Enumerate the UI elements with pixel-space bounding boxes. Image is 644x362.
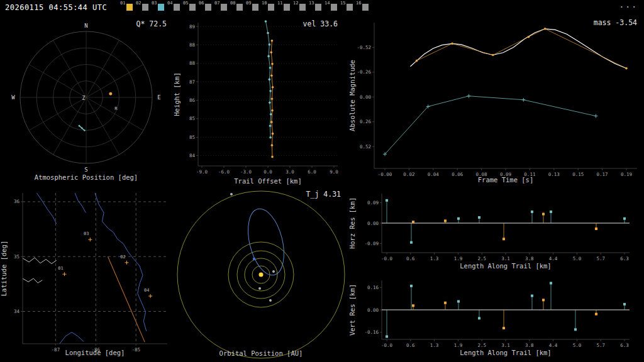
frame-number: 04 xyxy=(167,1,172,6)
panel-trail-offset: -9.0-6.0-3.00.03.06.09.08485858687888889… xyxy=(173,15,349,189)
svg-text:1.9: 1.9 xyxy=(454,343,463,348)
svg-text:6.0: 6.0 xyxy=(308,169,316,175)
frame-square[interactable] xyxy=(299,4,306,11)
svg-text:0.6: 0.6 xyxy=(406,256,415,261)
frame-thumbnail-02[interactable]: 02 xyxy=(135,0,151,15)
frame-number: 02 xyxy=(136,1,141,6)
svg-text:-0.16: -0.16 xyxy=(364,329,379,335)
frame-thumbnail-16[interactable]: 16 xyxy=(355,0,371,15)
svg-text:1.9: 1.9 xyxy=(454,256,463,261)
frame-number: 01 xyxy=(120,1,125,6)
frame-square[interactable] xyxy=(221,4,227,11)
svg-text:1.3: 1.3 xyxy=(430,256,439,261)
svg-text:0.00: 0.00 xyxy=(367,307,379,313)
frame-square[interactable] xyxy=(284,4,290,11)
frame-square[interactable] xyxy=(142,4,148,11)
svg-text:5.7: 5.7 xyxy=(596,343,605,348)
svg-text:3.8: 3.8 xyxy=(525,256,534,261)
frame-number: 08 xyxy=(230,1,235,6)
frame-square[interactable] xyxy=(236,4,243,11)
svg-text:Vert Res [km]: Vert Res [km] xyxy=(349,284,356,336)
frame-number: 03 xyxy=(152,1,157,6)
frame-thumbnail-15[interactable]: 15 xyxy=(340,0,355,15)
svg-text:E: E xyxy=(157,94,160,101)
trail-offset-chart: -9.0-6.0-3.00.03.06.09.08485858687888889… xyxy=(173,15,349,189)
frame-thumbnail-07[interactable]: 07 xyxy=(214,0,230,15)
svg-text:88: 88 xyxy=(189,42,196,48)
frame-thumbnail-03[interactable]: 03 xyxy=(151,0,167,15)
frame-square[interactable] xyxy=(189,4,196,11)
frame-square[interactable] xyxy=(126,4,133,11)
frame-number: 14 xyxy=(325,1,330,6)
svg-text:2.5: 2.5 xyxy=(477,343,486,348)
frame-square[interactable] xyxy=(362,4,369,11)
svg-text:0.06: 0.06 xyxy=(452,172,464,177)
frame-number: 15 xyxy=(340,1,345,6)
svg-text:Trail Offset [km]: Trail Offset [km] xyxy=(234,177,301,185)
svg-text:-0.52: -0.52 xyxy=(357,45,371,50)
svg-text:-9.0: -9.0 xyxy=(196,169,208,175)
frame-thumbnail-13[interactable]: 13 xyxy=(308,0,324,15)
frame-number: 11 xyxy=(277,1,282,6)
panel-vertical-residuals: -0.00.61.31.92.53.13.84.45.05.76.30.160.… xyxy=(349,275,644,362)
svg-text:0.09: 0.09 xyxy=(367,200,379,206)
svg-text:0.13: 0.13 xyxy=(548,172,560,177)
svg-text:0.0: 0.0 xyxy=(264,169,272,175)
svg-text:Longitude [deg]: Longitude [deg] xyxy=(65,349,125,356)
svg-text:N: N xyxy=(84,23,87,29)
frame-square[interactable] xyxy=(331,4,337,11)
svg-text:88: 88 xyxy=(189,60,196,66)
atmospheric-position-chart: NSEWZRQ* 72.5Atmospheric Position [deg] xyxy=(0,15,173,189)
frame-square[interactable] xyxy=(205,4,211,11)
frame-thumbnail-06[interactable]: 06 xyxy=(198,0,214,15)
svg-text:Orbital Position [AU]: Orbital Position [AU] xyxy=(219,349,303,357)
svg-text:3.1: 3.1 xyxy=(501,256,510,261)
svg-text:1.3: 1.3 xyxy=(430,343,439,348)
overflow-menu-icon[interactable]: ··· xyxy=(619,2,638,11)
frame-square[interactable] xyxy=(158,4,164,11)
frame-square[interactable] xyxy=(347,4,353,11)
svg-text:9.0: 9.0 xyxy=(330,169,338,175)
svg-text:-0.0: -0.0 xyxy=(381,256,393,261)
frame-thumbnail-10[interactable]: 10 xyxy=(261,0,277,15)
frame-thumbnail-14[interactable]: 14 xyxy=(324,0,340,15)
panel-horizontal-residuals: -0.00.61.31.92.53.13.84.45.05.76.30.090.… xyxy=(349,189,644,275)
frame-square[interactable] xyxy=(268,4,274,11)
orbital-position-chart: T_j 4.31Orbital Position [AU] xyxy=(176,189,349,362)
svg-text:0.16: 0.16 xyxy=(367,285,379,290)
svg-text:5.7: 5.7 xyxy=(596,256,605,261)
svg-text:-6.0: -6.0 xyxy=(218,169,230,175)
frame-number: 10 xyxy=(262,1,267,6)
svg-text:0.02: 0.02 xyxy=(403,172,414,177)
panel-light-curve: -0.000.020.040.060.080.090.110.130.150.1… xyxy=(349,15,644,189)
svg-text:0.52: 0.52 xyxy=(360,144,371,150)
svg-text:5.0: 5.0 xyxy=(573,343,582,348)
frame-square[interactable] xyxy=(252,4,258,11)
svg-text:86: 86 xyxy=(189,97,196,103)
horizontal-residuals-chart: -0.00.61.31.92.53.13.84.45.05.76.30.090.… xyxy=(349,189,644,275)
frame-thumbnail-04[interactable]: 04 xyxy=(167,0,182,15)
frame-thumbnail-08[interactable]: 08 xyxy=(230,0,245,15)
svg-text:0.6: 0.6 xyxy=(406,343,415,348)
svg-text:0.00: 0.00 xyxy=(367,221,379,226)
svg-text:03: 03 xyxy=(84,231,89,236)
frame-square[interactable] xyxy=(174,4,180,11)
svg-text:Frame Time [s]: Frame Time [s] xyxy=(478,176,534,184)
frame-thumbnail-12[interactable]: 12 xyxy=(292,0,308,15)
svg-text:0.00: 0.00 xyxy=(360,94,372,100)
svg-text:-3.0: -3.0 xyxy=(240,169,252,175)
frame-thumbnail-11[interactable]: 11 xyxy=(277,0,292,15)
svg-text:Horz Res [km]: Horz Res [km] xyxy=(349,197,356,249)
svg-text:0.26: 0.26 xyxy=(360,119,372,124)
frame-thumbnail-05[interactable]: 05 xyxy=(182,0,198,15)
frame-square[interactable] xyxy=(315,4,321,11)
svg-text:3.8: 3.8 xyxy=(525,343,534,348)
svg-text:6.3: 6.3 xyxy=(620,343,629,348)
frame-number: 05 xyxy=(183,1,188,6)
svg-text:2.5: 2.5 xyxy=(477,256,486,261)
frame-thumbnail-01[interactable]: 01 xyxy=(119,0,135,15)
svg-text:4.4: 4.4 xyxy=(549,343,558,348)
absolute-magnitude-chart: -0.000.020.040.060.080.090.110.130.150.1… xyxy=(349,15,644,189)
frame-thumbnail-09[interactable]: 09 xyxy=(245,0,261,15)
svg-text:04: 04 xyxy=(144,288,149,293)
